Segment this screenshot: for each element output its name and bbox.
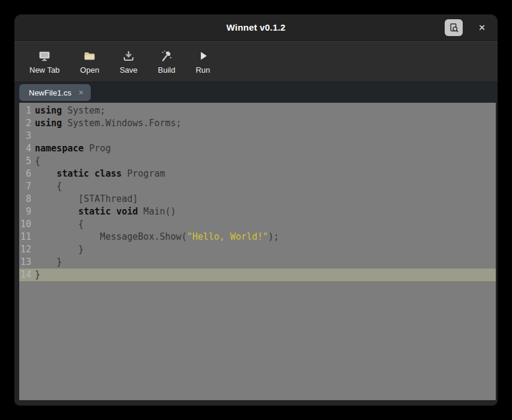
code-text: static void Main() bbox=[35, 205, 176, 218]
window-title: Winnet v0.1.2 bbox=[227, 22, 285, 32]
code-text: namespace Prog bbox=[35, 142, 111, 155]
line-number: 10 bbox=[19, 218, 31, 231]
code-line[interactable]: 14} bbox=[19, 269, 496, 281]
code-text: } bbox=[35, 243, 84, 256]
code-editor[interactable]: 1using System;2using System.Windows.Form… bbox=[19, 103, 496, 400]
toolbar: New TabOpenSaveBuildRun bbox=[14, 41, 498, 82]
code-line[interactable]: 8 [STAThread] bbox=[19, 193, 496, 205]
line-number: 9 bbox=[19, 205, 31, 218]
toolbar-button-run[interactable]: Run bbox=[186, 41, 221, 82]
line-number: 3 bbox=[19, 130, 31, 142]
line-number: 8 bbox=[19, 193, 31, 205]
editor-container: 1using System;2using System.Windows.Form… bbox=[14, 103, 498, 406]
code-text: { bbox=[35, 218, 84, 231]
tab-bar: NewFile1.cs× bbox=[14, 82, 498, 103]
code-line[interactable]: 3 bbox=[19, 130, 496, 142]
tab-label: NewFile1.cs bbox=[29, 88, 72, 97]
app-window: Winnet v0.1.2 × New TabOpenSaveBuildRun … bbox=[14, 14, 498, 406]
code-line[interactable]: 1using System; bbox=[19, 105, 496, 117]
toolbar-button-build[interactable]: Build bbox=[148, 41, 186, 82]
build-icon bbox=[160, 49, 173, 62]
run-icon bbox=[197, 49, 210, 62]
code-text: } bbox=[35, 269, 40, 281]
toolbar-button-label: Save bbox=[120, 65, 138, 75]
code-text: { bbox=[35, 180, 62, 193]
line-number: 13 bbox=[19, 256, 31, 269]
toolbar-button-save[interactable]: Save bbox=[109, 41, 148, 82]
toolbar-button-open[interactable]: Open bbox=[70, 41, 109, 82]
toolbar-button-label: Build bbox=[158, 65, 175, 75]
folder-icon bbox=[83, 49, 96, 62]
line-number: 12 bbox=[19, 243, 31, 256]
code-line[interactable]: 7 { bbox=[19, 180, 496, 193]
save-icon bbox=[122, 49, 135, 62]
code-line[interactable]: 11 MessageBox.Show("Hello, World!"); bbox=[19, 231, 496, 243]
code-text: } bbox=[35, 256, 62, 269]
toolbar-button-label: Run bbox=[196, 65, 210, 75]
close-button[interactable]: × bbox=[474, 19, 490, 36]
code-line[interactable]: 4namespace Prog bbox=[19, 142, 496, 155]
toolbar-button-new-tab[interactable]: New Tab bbox=[19, 41, 70, 82]
document-search-button[interactable] bbox=[445, 19, 463, 36]
code-area: 1using System;2using System.Windows.Form… bbox=[19, 105, 496, 281]
code-line[interactable]: 12 } bbox=[19, 243, 496, 256]
toolbar-button-label: New Tab bbox=[29, 65, 59, 75]
titlebar[interactable]: Winnet v0.1.2 × bbox=[14, 14, 498, 41]
toolbar-button-label: Open bbox=[80, 65, 99, 75]
tab-newfile1[interactable]: NewFile1.cs× bbox=[19, 84, 91, 101]
code-line[interactable]: 6 static class Program bbox=[19, 168, 496, 180]
code-text: using System; bbox=[35, 105, 105, 117]
line-number: 2 bbox=[19, 117, 31, 130]
code-line[interactable]: 5{ bbox=[19, 155, 496, 168]
code-line[interactable]: 9 static void Main() bbox=[19, 205, 496, 218]
line-number: 14 bbox=[19, 269, 31, 281]
line-number: 11 bbox=[19, 231, 31, 243]
code-text: using System.Windows.Forms; bbox=[35, 117, 181, 130]
close-icon: × bbox=[478, 19, 485, 36]
tab-close-icon[interactable]: × bbox=[79, 88, 84, 97]
line-number: 1 bbox=[19, 105, 31, 117]
code-text: static class Program bbox=[35, 168, 165, 180]
code-line[interactable]: 10 { bbox=[19, 218, 496, 231]
line-number: 7 bbox=[19, 180, 31, 193]
display-icon bbox=[38, 49, 51, 62]
code-line[interactable]: 2using System.Windows.Forms; bbox=[19, 117, 496, 130]
document-search-icon bbox=[449, 23, 459, 33]
code-text: [STAThread] bbox=[35, 193, 138, 205]
code-text: MessageBox.Show("Hello, World!"); bbox=[35, 231, 279, 243]
code-text: { bbox=[35, 155, 40, 168]
line-number: 4 bbox=[19, 142, 31, 155]
line-number: 6 bbox=[19, 168, 31, 180]
line-number: 5 bbox=[19, 155, 31, 168]
code-line[interactable]: 13 } bbox=[19, 256, 496, 269]
